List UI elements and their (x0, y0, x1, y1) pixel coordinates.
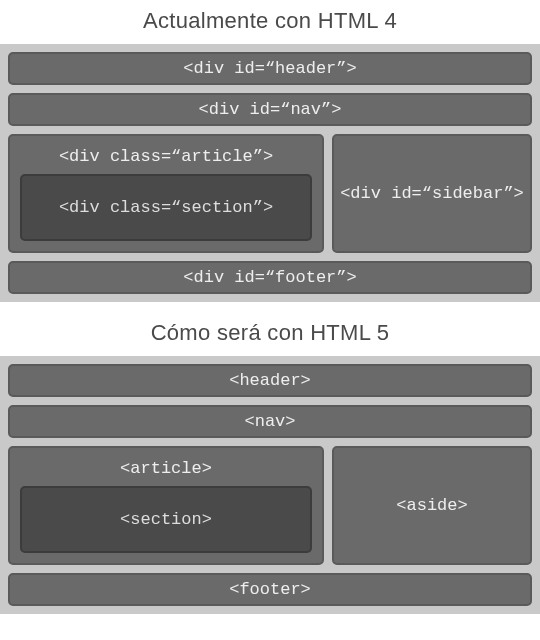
html4-sidebar-box: <div id=“sidebar”> (332, 134, 532, 253)
html4-footer-box: <div id=“footer”> (8, 261, 532, 294)
html5-nav-box: <nav> (8, 405, 532, 438)
html4-article-box: <div class=“article”> <div class=“sectio… (8, 134, 324, 253)
html5-article-box: <article> <section> (8, 446, 324, 565)
html4-title: Actualmente con HTML 4 (0, 0, 540, 44)
html5-article-label: <article> (20, 456, 312, 486)
html5-footer-box: <footer> (8, 573, 532, 606)
html4-nav-box: <div id=“nav”> (8, 93, 532, 126)
html5-header-box: <header> (8, 364, 532, 397)
html5-diagram: <header> <nav> <article> <section> <asid… (0, 356, 540, 614)
html4-article-label: <div class=“article”> (20, 144, 312, 174)
html4-section-box: <div class=“section”> (20, 174, 312, 241)
html4-diagram: <div id=“header”> <div id=“nav”> <div cl… (0, 44, 540, 302)
html5-aside-box: <aside> (332, 446, 532, 565)
html4-mid-row: <div class=“article”> <div class=“sectio… (8, 134, 532, 253)
html4-header-box: <div id=“header”> (8, 52, 532, 85)
html5-section-box: <section> (20, 486, 312, 553)
html5-mid-row: <article> <section> <aside> (8, 446, 532, 565)
html5-title: Cómo será con HTML 5 (0, 312, 540, 356)
